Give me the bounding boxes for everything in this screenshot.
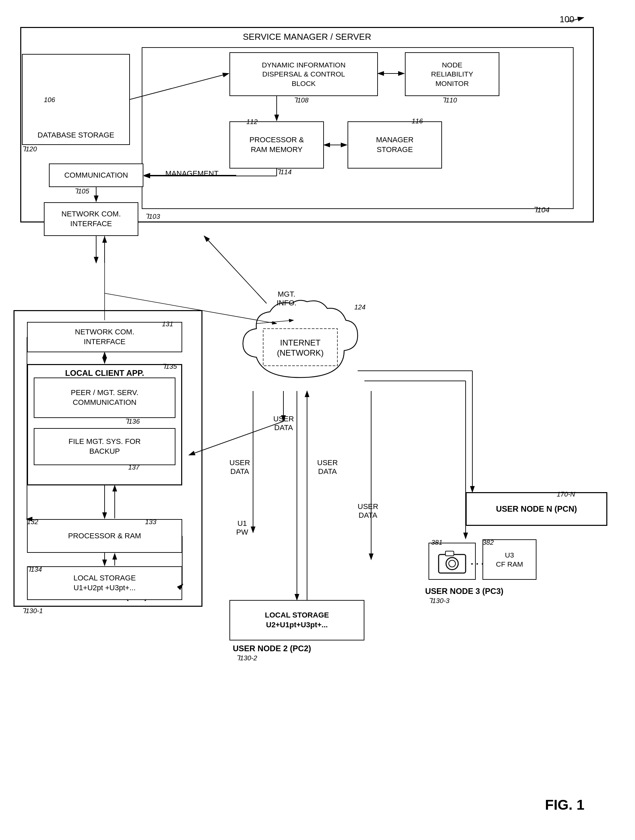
local-storage-node1-label: LOCAL STORAGEU1+U2pt +U3pt+... <box>74 573 136 592</box>
processor-ram-server-box: PROCESSOR &RAM MEMORY <box>230 122 324 169</box>
ref-130-3: ⅂130-3 <box>429 597 450 605</box>
ref-134: ⅂134 <box>27 565 42 573</box>
user-node-n-box: USER NODE N (PCN) <box>466 492 607 526</box>
ref-381: 381 <box>431 538 442 546</box>
processor-ram-node1-label: PROCESSOR & RAM <box>68 531 141 541</box>
network-com-interface-node1-box: NETWORK COM.INTERFACE <box>27 322 182 352</box>
ref-120: ⅂120 <box>22 145 37 153</box>
ref-133: 133 <box>145 518 156 526</box>
mgt-info-label: MGT.INFO. <box>277 290 296 308</box>
ref-108: ⅂108 <box>293 96 309 104</box>
ref-116: 116 <box>412 117 423 125</box>
ref-130-1: ⅂130-1 <box>22 607 43 615</box>
diagram-container: 100 SERVICE MANAGER / SERVER ⅂104 DYNAMI… <box>0 0 635 840</box>
service-manager-label: SERVICE MANAGER / SERVER <box>243 32 371 43</box>
u1-pw-label: U1PW <box>236 519 248 537</box>
camera-icon <box>429 543 476 580</box>
dynamic-info-block: DYNAMIC INFORMATIONDISPERSAL & CONTROLBL… <box>230 52 378 96</box>
ref-112: 112 <box>246 118 257 126</box>
ref-105: ⅂105 <box>74 187 89 195</box>
dynamic-info-label: DYNAMIC INFORMATIONDISPERSAL & CONTROLBL… <box>262 60 345 88</box>
user-node-3-label: USER NODE 3 (PC3) <box>425 586 504 596</box>
file-mgt-label: FILE MGT. SYS. FORBACKUP <box>68 437 141 456</box>
network-com-interface-server-box: NETWORK COM.INTERFACE <box>44 202 138 236</box>
communication-label: COMMUNICATION <box>64 171 128 180</box>
management-label: MANAGEMENT <box>165 169 219 178</box>
network-com-interface-server-label: NETWORK COM.INTERFACE <box>62 209 121 229</box>
communication-box: COMMUNICATION <box>49 164 143 187</box>
ref-104: ⅂104 <box>533 205 549 215</box>
ellipsis: . . . <box>471 556 484 567</box>
local-storage-node2-label: LOCAL STORAGEU2+U1pt+U3pt+... <box>265 611 329 630</box>
ref-131: 131 <box>162 320 173 328</box>
local-client-app-label: LOCAL CLIENT APP. <box>65 368 144 378</box>
database-storage-box: DATABASE STORAGE <box>22 54 130 145</box>
ref-106: 106 <box>44 96 55 104</box>
u3-cf-ram-label: U3CF RAM <box>496 551 523 569</box>
manager-storage-label: MANAGERSTORAGE <box>376 135 413 155</box>
svg-text:INTERNET: INTERNET <box>280 338 320 347</box>
file-mgt-box: FILE MGT. SYS. FORBACKUP <box>34 428 176 465</box>
ref-135: ⅂135 <box>162 362 177 371</box>
ref-114: ⅂114 <box>277 168 291 176</box>
fig-label: FIG. 1 <box>545 797 584 813</box>
processor-ram-node1-box: PROCESSOR & RAM <box>27 519 182 553</box>
ref-136: ⅂136 <box>125 417 140 425</box>
svg-line-30 <box>189 422 283 455</box>
database-storage-label: DATABASE STORAGE <box>38 131 114 140</box>
ref-132: 132 <box>27 518 38 526</box>
peer-mgt-box: PEER / MGT. SERV.COMMUNICATION <box>34 377 176 418</box>
user-data-label-3: USERDATA <box>317 458 338 476</box>
user-data-label-1: USERDATA <box>273 415 294 432</box>
ref-110: ⅂110 <box>442 96 457 104</box>
svg-text:(NETWORK): (NETWORK) <box>277 348 324 357</box>
ref-170-n: 170-N <box>557 491 575 498</box>
user-data-label-2: USERDATA <box>230 458 250 476</box>
user-node-2-label: USER NODE 2 (PC2) <box>233 644 311 653</box>
svg-line-39 <box>204 236 266 303</box>
local-storage-node1-box: LOCAL STORAGEU1+U2pt +U3pt+... <box>27 566 182 600</box>
processor-ram-server-label: PROCESSOR &RAM MEMORY <box>249 135 304 155</box>
ref-100: 100 <box>560 14 574 25</box>
peer-mgt-label: PEER / MGT. SERV.COMMUNICATION <box>71 388 139 407</box>
node-reliability-box: NODERELIABILITYMONITOR <box>405 52 499 96</box>
ref-130-2: ⅂130-2 <box>236 654 257 662</box>
ref-124: 124 <box>354 303 366 311</box>
local-storage-node2-box: LOCAL STORAGEU2+U1pt+U3pt+... <box>230 600 364 641</box>
network-com-interface-node1-label: NETWORK COM.INTERFACE <box>75 327 134 346</box>
user-node-n-label: USER NODE N (PCN) <box>496 504 577 514</box>
ref-103: ⅂103 <box>145 212 160 221</box>
internet-cloud: INTERNET (NETWORK) <box>236 297 364 391</box>
user-data-label-4: USERDATA <box>358 502 378 520</box>
svg-point-5 <box>449 560 456 567</box>
node-reliability-label: NODERELIABILITYMONITOR <box>431 60 473 88</box>
ref-137: 137 <box>128 464 139 471</box>
svg-rect-6 <box>445 551 454 556</box>
manager-storage-box: MANAGERSTORAGE <box>348 122 442 169</box>
ref-382: 382 <box>483 538 494 546</box>
